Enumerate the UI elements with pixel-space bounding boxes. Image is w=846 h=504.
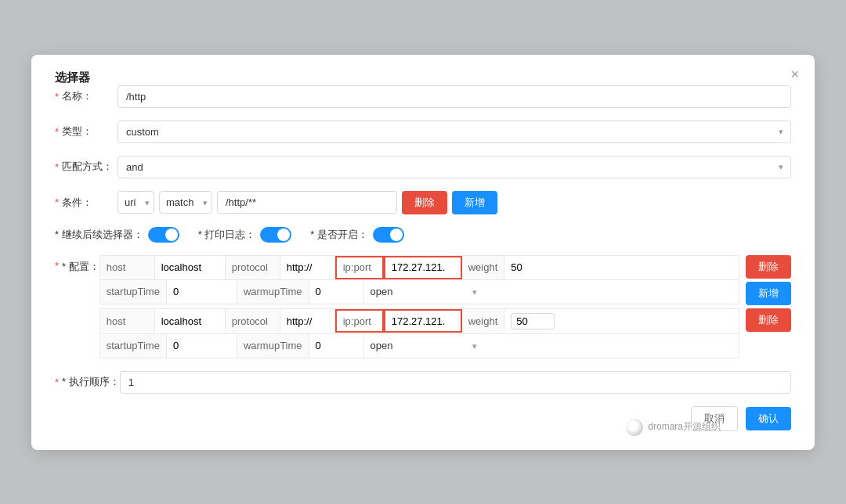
- ip-key-2: ip:port: [335, 309, 384, 333]
- protocol-key-2: protocol: [226, 309, 280, 333]
- ip-key-1: ip:port: [335, 256, 384, 279]
- config-table-row-1-top: host localhost protocol http://: [100, 256, 739, 280]
- host-val-2: localhost: [155, 309, 226, 333]
- host-val-1: localhost: [155, 256, 226, 279]
- condition-row: * 条件： uri ▾ match ▾ 删除 新增: [55, 191, 791, 214]
- weight-key-2: weight: [462, 309, 505, 333]
- log-toggle-item: * 打印日志：: [198, 227, 292, 243]
- footer-row: dromara开源组织 取消 确认: [55, 406, 791, 431]
- match-type-select-wrap: match ▾: [159, 191, 212, 214]
- uri-select-wrap: uri ▾: [118, 191, 154, 214]
- startup-key-1: startupTime: [100, 280, 167, 304]
- config-table-row-1-bottom: startupTime 0 warmupTime 0: [100, 280, 739, 304]
- weight-val-2: [504, 309, 561, 333]
- cancel-button[interactable]: 取消: [691, 406, 738, 431]
- condition-match-select[interactable]: match: [159, 191, 212, 214]
- continue-label: * 继续后续选择器：: [55, 228, 143, 242]
- enabled-toggle-item: * 是否开启：: [310, 227, 404, 243]
- condition-uri-select[interactable]: uri: [118, 191, 154, 214]
- match-required: *: [55, 161, 59, 173]
- config-all-rows: host localhost protocol http://: [99, 255, 791, 358]
- continue-toggle[interactable]: [148, 227, 179, 243]
- modal-overlay: 选择器 × * 名称： * 类型： custom ▾: [0, 0, 846, 504]
- continue-toggle-item: * 继续后续选择器：: [55, 227, 179, 243]
- type-label: * 类型：: [55, 124, 118, 139]
- protocol-val-2: http://: [280, 309, 335, 333]
- order-input[interactable]: [120, 371, 791, 394]
- open-select-wrap-1: open ▾: [371, 286, 485, 297]
- confirm-button[interactable]: 确认: [746, 407, 791, 430]
- name-row: * 名称：: [55, 85, 791, 108]
- enabled-toggle[interactable]: [373, 227, 404, 243]
- open-select-wrap-2: open ▾: [371, 340, 485, 351]
- config-row-2-btns: 删除: [746, 308, 791, 332]
- config-delete-btn-1[interactable]: 删除: [746, 255, 791, 279]
- config-required: *: [55, 260, 59, 272]
- startup-val-1: 0: [167, 280, 237, 304]
- condition-label: * 条件：: [55, 196, 118, 210]
- warmup-key-2: warmupTime: [237, 334, 309, 358]
- config-add-btn-1[interactable]: 新增: [746, 282, 791, 305]
- ip-val-2: 172.27.121.: [384, 309, 462, 333]
- condition-delete-button[interactable]: 删除: [402, 191, 447, 214]
- config-table-2: host localhost protocol http://: [99, 308, 739, 358]
- host-key-1: host: [100, 256, 155, 279]
- ip-val-1: 172.27.121.: [384, 256, 462, 279]
- match-select[interactable]: and: [118, 156, 791, 178]
- config-label: * * 配置：: [55, 255, 99, 274]
- modal-dialog: 选择器 × * 名称： * 类型： custom ▾: [31, 55, 815, 450]
- weight-val-1: 50: [504, 256, 551, 279]
- startup-val-2: 0: [167, 334, 237, 358]
- order-required: *: [55, 376, 59, 388]
- host-key-2: host: [100, 309, 155, 333]
- weight-input-2[interactable]: [511, 313, 555, 329]
- match-select-wrapper: and ▾: [118, 156, 791, 178]
- log-toggle[interactable]: [260, 227, 291, 243]
- type-required: *: [55, 126, 59, 138]
- config-table-1: host localhost protocol http://: [99, 255, 739, 304]
- warmup-key-1: warmupTime: [237, 280, 309, 304]
- open-select-2[interactable]: open: [371, 340, 485, 351]
- order-row: * * 执行顺序：: [55, 371, 791, 394]
- match-label: * 匹配方式：: [55, 160, 118, 174]
- config-table-row-2-top: host localhost protocol http://: [100, 309, 739, 334]
- order-label: * * 执行顺序：: [55, 375, 120, 389]
- protocol-key-1: protocol: [226, 256, 280, 279]
- type-select[interactable]: custom: [118, 121, 791, 143]
- config-row-2-wrap: host localhost protocol http://: [99, 308, 791, 358]
- open-cell-1: open ▾: [364, 280, 491, 304]
- condition-required: *: [55, 196, 59, 208]
- log-label: * 打印日志：: [198, 228, 256, 242]
- protocol-val-1: http://: [280, 256, 335, 279]
- config-table-row-2-bottom: startupTime 0 warmupTime 0: [100, 334, 739, 358]
- watermark-logo: [626, 419, 643, 436]
- startup-key-2: startupTime: [100, 334, 167, 358]
- condition-value-input[interactable]: [217, 191, 397, 214]
- name-input[interactable]: [118, 85, 791, 108]
- config-section: * * 配置： host localhost: [55, 255, 791, 358]
- config-row-1-btns: 删除 新增: [746, 255, 791, 305]
- open-cell-2: open ▾: [364, 334, 491, 358]
- modal-title: 选择器: [55, 70, 90, 84]
- match-row: * 匹配方式： and ▾: [55, 156, 791, 178]
- weight-key-1: weight: [462, 256, 505, 279]
- warmup-val-1: 0: [309, 280, 364, 304]
- open-select-1[interactable]: open: [371, 286, 485, 297]
- toggles-row: * 继续后续选择器： * 打印日志： * 是否开启：: [55, 227, 791, 243]
- config-delete-btn-2[interactable]: 删除: [746, 308, 791, 332]
- name-required: *: [55, 91, 59, 103]
- condition-add-button[interactable]: 新增: [452, 191, 497, 214]
- type-select-wrapper: custom ▾: [118, 121, 791, 143]
- name-label: * 名称：: [55, 89, 118, 103]
- close-button[interactable]: ×: [790, 67, 799, 81]
- condition-inputs: uri ▾ match ▾ 删除 新增: [118, 191, 497, 214]
- config-row-1-wrap: host localhost protocol http://: [99, 255, 791, 305]
- warmup-val-2: 0: [309, 334, 364, 358]
- type-row: * 类型： custom ▾: [55, 121, 791, 143]
- enabled-label: * 是否开启：: [310, 228, 368, 242]
